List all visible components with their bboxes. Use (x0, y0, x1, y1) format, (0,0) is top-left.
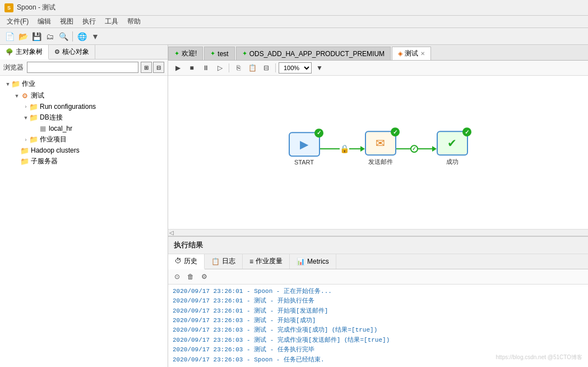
results-delete-btn[interactable]: 🗑 (185, 271, 196, 282)
log-icon: 📋 (211, 258, 220, 265)
tree-item-run-configs[interactable]: › 📁 Run configurations (0, 102, 168, 112)
browser-expand-btn[interactable]: ⊞ (141, 62, 152, 73)
tab-core-objects[interactable]: ⚙ 核心对象 (49, 45, 95, 59)
results-tab-log[interactable]: 📋 日志 (205, 254, 243, 269)
tree-item-db[interactable]: ▼ 📁 DB连接 (0, 112, 168, 123)
ods-tab-icon: ✦ (242, 50, 247, 57)
ed-separator-2 (275, 63, 276, 72)
tab-ceshi-close[interactable]: ✕ (420, 51, 425, 57)
explore-button[interactable]: 🔍 (57, 30, 70, 43)
log-entry: 2020/09/17 23:26:03 - Spoon - 任务已经结束. (173, 355, 584, 365)
email-icon: ✉ (376, 137, 385, 150)
tab-ceshi-label: 测试 (405, 49, 418, 58)
tree-item-test[interactable]: ▼ ⚙ 测试 (0, 90, 168, 102)
open-button[interactable]: 📂 (17, 30, 29, 43)
tab-ceshi[interactable]: ◈ 测试 ✕ (392, 47, 431, 60)
results-tab-metrics[interactable]: ≡ 作业度量 (243, 254, 290, 269)
workflow-node-email[interactable]: ✉ ✓ 发送邮件 (365, 131, 396, 167)
folder-icon-hadoop: 📁 (20, 147, 29, 154)
tree-item-sub-server[interactable]: 📁 子服务器 (0, 155, 168, 167)
menu-view[interactable]: 视图 (55, 16, 78, 27)
perf-icon: 📊 (297, 258, 305, 265)
browser-actions: ⊞ ⊟ (141, 62, 164, 73)
log-entry: 2020/09/17 23:26:01 - 测试 - 开始项[发送邮件] (173, 306, 584, 316)
tree-item-hadoop[interactable]: 📁 Hadoop clusters (0, 145, 168, 155)
tab-main-objects[interactable]: 🌳 主对象树 (0, 45, 49, 59)
tree-view: ▼ 📁 作业 ▼ ⚙ 测试 › 📁 Run configurations ▼ 📁… (0, 76, 168, 367)
tree-icon: 🌳 (6, 48, 13, 56)
tab-test-label: test (217, 50, 228, 58)
log-entry: 2020/09/17 23:26:03 - 测试 - 完成作业项[发送邮件] (… (173, 336, 584, 345)
start-check: ✓ (314, 129, 323, 137)
canvas-scrollbar[interactable]: ◁ (168, 229, 588, 236)
menu-edit[interactable]: 编辑 (33, 16, 55, 27)
start-box: ▶ ✓ (289, 132, 320, 157)
folder-icon-sub: 📁 (20, 158, 29, 165)
folder-icon-db: 📁 (29, 114, 38, 121)
menu-tools[interactable]: 工具 (100, 16, 123, 27)
zoom-select[interactable]: 100% 50% 75% 125% 150% (279, 62, 312, 74)
pause-button[interactable]: ⏸ (200, 62, 212, 74)
tab-ods[interactable]: ✦ ODS_ADD_HA_APP_PRODUCT_PREMIUM (236, 47, 391, 60)
share-button[interactable]: 🌐 (76, 30, 88, 43)
menu-run[interactable]: 执行 (78, 16, 100, 27)
arrow-line-4 (418, 148, 432, 149)
tree-item-jobs[interactable]: ▼ 📁 作业 (0, 78, 168, 90)
copy-button[interactable]: ⎘ (232, 62, 244, 74)
paste-button[interactable]: 📋 (246, 62, 258, 74)
zoom-dropdown-btn[interactable]: ▼ (313, 62, 326, 74)
browser-search-input[interactable] (27, 62, 138, 73)
tab-ods-label: ODS_ADD_HA_APP_PRODUCT_PREMIUM (249, 50, 385, 58)
tree-label-sub-server: 子服务器 (31, 157, 58, 166)
tree-label-run: Run configurations (40, 103, 96, 111)
menu-help[interactable]: 帮助 (123, 16, 145, 27)
tree-item-job-items[interactable]: › 📁 作业项目 (0, 134, 168, 145)
email-box: ✉ ✓ (365, 131, 396, 156)
save-all-button[interactable]: 🗂 (44, 30, 56, 43)
tab-welcome[interactable]: ✦ 欢迎! (168, 47, 203, 60)
layout-button[interactable]: ⊟ (260, 62, 272, 74)
history-icon: ⏱ (175, 257, 182, 265)
tree-item-local-hr[interactable]: ▦ local_hr (0, 123, 168, 134)
expand-icon-ji: › (22, 137, 29, 143)
results-back-btn[interactable]: ⊙ (172, 271, 183, 282)
tree-label-jobs: 作业 (22, 79, 35, 89)
lock-icon: 🔒 (340, 144, 349, 153)
preview-button[interactable]: ▷ (214, 62, 226, 74)
browser-collapse-btn[interactable]: ⊟ (153, 62, 164, 73)
gear-icon: ⚙ (20, 93, 29, 99)
menu-bar: 文件(F) 编辑 视图 执行 工具 帮助 (0, 16, 588, 28)
stop-button[interactable]: ■ (186, 62, 198, 74)
ceshi-tab-icon: ◈ (398, 50, 402, 57)
tab-welcome-label: 欢迎! (182, 49, 197, 58)
arrow-down-button[interactable]: ▼ (89, 30, 101, 43)
tree-label-db: DB连接 (40, 113, 63, 122)
results-tab-history[interactable]: ⏱ 历史 (168, 254, 205, 269)
editor-toolbar: ▶ ■ ⏸ ▷ ⎘ 📋 ⊟ 100% 50% 75% 125% 150% ▼ (168, 61, 588, 76)
log-area: 2020/09/17 23:26:01 - Spoon - 正在开始任务...2… (168, 285, 588, 367)
save-button[interactable]: 💾 (30, 30, 43, 43)
workflow-node-success[interactable]: ✔ ✓ 成功 (437, 131, 468, 167)
arrow-email-to-success: ✓ (396, 145, 437, 153)
new-button[interactable]: 📄 (3, 30, 16, 43)
arrow-line-2 (349, 148, 360, 149)
canvas-area[interactable]: ▶ ✓ START 🔒 (168, 76, 588, 229)
arrow-line-1 (320, 148, 340, 149)
ed-separator-1 (229, 63, 229, 72)
email-label: 发送邮件 (368, 158, 393, 167)
workflow-node-start[interactable]: ▶ ✓ START (289, 132, 320, 166)
menu-file[interactable]: 文件(F) (2, 16, 33, 27)
results-tab-perf[interactable]: 📊 Metrics (290, 254, 336, 269)
start-icon: ▶ (300, 137, 308, 151)
run-button[interactable]: ▶ (172, 62, 184, 74)
left-panel: 🌳 主对象树 ⚙ 核心对象 浏览器 ⊞ ⊟ ▼ 📁 作业 (0, 45, 168, 367)
results-settings-btn[interactable]: ⚙ (198, 271, 210, 282)
results-panel: 执行结果 ⏱ 历史 📋 日志 ≡ 作业度量 📊 Metrics (168, 236, 588, 367)
tree-label-test: 测试 (31, 91, 44, 100)
lock-container: 🔒 (340, 144, 349, 153)
welcome-tab-icon: ✦ (174, 50, 179, 57)
folder-icon-ji: 📁 (29, 136, 38, 143)
folder-icon: 📁 (11, 81, 20, 88)
history-label: 历史 (184, 256, 197, 266)
tab-test[interactable]: ✦ test (204, 47, 234, 60)
